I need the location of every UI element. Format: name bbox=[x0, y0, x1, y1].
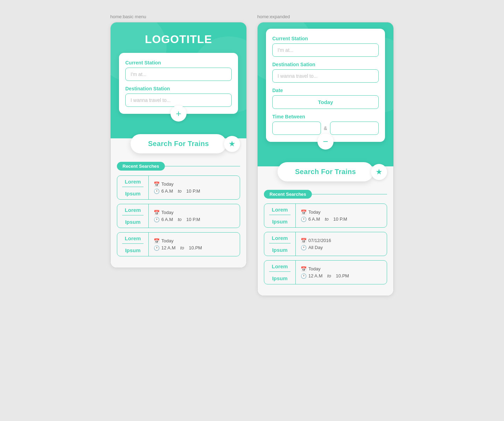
favorites-button[interactable]: ★ bbox=[224, 136, 240, 152]
clock-icon-1: 🕐 bbox=[154, 188, 160, 194]
result-stations-exp-2: Lorem Ipsum bbox=[264, 232, 296, 256]
recent-searches-header: Recent Searches bbox=[117, 162, 240, 171]
clock-icon-exp-1: 🕐 bbox=[301, 216, 307, 222]
time-between-label: Time Between bbox=[272, 114, 379, 119]
screen-label-expanded: home:expanded bbox=[257, 14, 394, 19]
recent-searches-badge-exp: Recent Searches bbox=[264, 190, 312, 199]
result-date-3: 📅 Today bbox=[154, 238, 202, 244]
result-date-exp-1: 📅 Today bbox=[301, 209, 347, 215]
result-to-exp-3: Ipsum bbox=[272, 275, 287, 281]
result-date-exp-2: 📅 07/12/2016 bbox=[301, 238, 331, 243]
result-stations-1: Lorem Ipsum bbox=[117, 176, 149, 199]
clock-icon-3: 🕐 bbox=[154, 245, 160, 251]
phone-card-expanded: Current Station Destination Sation Date … bbox=[257, 22, 394, 296]
time-from-input[interactable] bbox=[272, 122, 321, 135]
collapse-button[interactable]: − bbox=[317, 133, 334, 150]
result-time-exp-2: 🕐 All Day bbox=[301, 245, 331, 250]
result-card-exp-1[interactable]: Lorem Ipsum 📅 Today 🕐 6 A.M to 10 P.M bbox=[264, 203, 387, 228]
result-from-3: Lorem bbox=[122, 235, 144, 244]
result-to-2: Ipsum bbox=[125, 218, 140, 225]
result-to-exp-2: Ipsum bbox=[272, 246, 287, 253]
star-icon-exp: ★ bbox=[376, 167, 383, 177]
phone-bottom-expanded: Search For Trains ★ Recent Searches Lore… bbox=[258, 166, 393, 296]
result-date-exp-3: 📅 Today bbox=[301, 266, 349, 272]
search-trains-button[interactable]: Search For Trains bbox=[131, 134, 226, 153]
logo-title: LOGOTITLE bbox=[119, 33, 238, 46]
destination-input[interactable] bbox=[125, 94, 232, 107]
result-card-1[interactable]: Lorem Ipsum 📅 Today 🕐 6 A.M to 10 P.M bbox=[117, 175, 240, 200]
result-to-1: Ipsum bbox=[125, 190, 140, 196]
phone-header-expanded: Current Station Destination Sation Date … bbox=[258, 22, 393, 166]
calendar-icon-2: 📅 bbox=[154, 210, 160, 215]
clock-icon-2: 🕐 bbox=[154, 217, 160, 222]
search-btn-wrap: Search For Trains ★ bbox=[117, 134, 240, 153]
phone-bottom-basic: Search For Trains ★ Recent Searches Lore… bbox=[111, 138, 246, 268]
result-details-2: 📅 Today 🕐 6 A.M to 10 P.M bbox=[149, 204, 205, 228]
destination-input-exp[interactable] bbox=[272, 69, 379, 83]
recent-searches-badge: Recent Searches bbox=[117, 162, 165, 171]
result-from-exp-3: Lorem bbox=[269, 263, 290, 272]
calendar-icon-3: 📅 bbox=[154, 238, 160, 244]
result-stations-3: Lorem Ipsum bbox=[117, 233, 149, 256]
search-card-expanded: Current Station Destination Sation Date … bbox=[266, 29, 385, 142]
clock-icon-exp-3: 🕐 bbox=[301, 273, 307, 279]
result-card-exp-3[interactable]: Lorem Ipsum 📅 Today 🕐 12 A.M to 10.PM bbox=[264, 260, 387, 284]
star-icon: ★ bbox=[229, 139, 236, 149]
time-between-row: & bbox=[272, 122, 379, 135]
result-details-exp-1: 📅 Today 🕐 6 A.M to 10 P.M bbox=[296, 204, 352, 227]
result-stations-exp-3: Lorem Ipsum bbox=[264, 261, 296, 284]
time-to-input[interactable] bbox=[330, 122, 379, 135]
result-from-exp-1: Lorem bbox=[269, 207, 290, 215]
date-label-exp: Date bbox=[272, 88, 379, 93]
current-station-input-exp[interactable] bbox=[272, 43, 379, 57]
result-to-3: Ipsum bbox=[125, 247, 140, 253]
result-from-exp-2: Lorem bbox=[269, 235, 290, 243]
phone-card-basic: LOGOTITLE Current Station Destination St… bbox=[110, 22, 247, 268]
date-input-exp[interactable] bbox=[272, 95, 379, 109]
destination-label: Destination Station bbox=[125, 86, 232, 91]
clock-icon-exp-2: 🕐 bbox=[301, 245, 307, 250]
result-details-exp-3: 📅 Today 🕐 12 A.M to 10.PM bbox=[296, 261, 354, 284]
result-card-exp-2[interactable]: Lorem Ipsum 📅 07/12/2016 🕐 All Day bbox=[264, 232, 387, 256]
recent-searches-header-exp: Recent Searches bbox=[264, 190, 387, 199]
ampersand-separator: & bbox=[324, 125, 327, 131]
expand-button[interactable]: + bbox=[170, 105, 187, 122]
recent-divider bbox=[165, 166, 240, 167]
current-station-input[interactable] bbox=[125, 68, 232, 81]
favorites-button-exp[interactable]: ★ bbox=[371, 164, 387, 180]
result-date-2: 📅 Today bbox=[154, 210, 200, 215]
result-time-exp-1: 🕐 6 A.M to 10 P.M bbox=[301, 216, 347, 222]
result-details-1: 📅 Today 🕐 6 A.M to 10 P.M bbox=[149, 176, 205, 199]
calendar-icon-1: 📅 bbox=[154, 181, 160, 187]
search-trains-button-exp[interactable]: Search For Trains bbox=[278, 162, 373, 181]
current-station-label: Current Station bbox=[125, 60, 232, 65]
current-station-label-exp: Current Station bbox=[272, 36, 379, 41]
phone-header-basic: LOGOTITLE Current Station Destination St… bbox=[111, 22, 246, 138]
recent-divider-exp bbox=[312, 194, 387, 195]
search-card-basic: Current Station Destination Station + bbox=[119, 53, 238, 114]
result-stations-exp-1: Lorem Ipsum bbox=[264, 204, 296, 227]
result-time-1: 🕐 6 A.M to 10 P.M bbox=[154, 188, 200, 194]
result-stations-2: Lorem Ipsum bbox=[117, 204, 149, 228]
result-date-1: 📅 Today bbox=[154, 181, 200, 187]
search-btn-wrap-exp: Search For Trains ★ bbox=[264, 162, 387, 181]
calendar-icon-exp-3: 📅 bbox=[301, 266, 307, 272]
result-card-2[interactable]: Lorem Ipsum 📅 Today 🕐 6 A.M to 10 P.M bbox=[117, 204, 240, 228]
result-card-3[interactable]: Lorem Ipsum 📅 Today 🕐 12 A.M to 10.PM bbox=[117, 232, 240, 256]
screen-label-basic: home:basic menu bbox=[110, 14, 247, 19]
calendar-icon-exp-1: 📅 bbox=[301, 209, 307, 215]
destination-label-exp: Destination Sation bbox=[272, 62, 379, 67]
result-time-2: 🕐 6 A.M to 10 P.M bbox=[154, 217, 200, 222]
result-from-2: Lorem bbox=[122, 207, 144, 215]
result-time-exp-3: 🕐 12 A.M to 10.PM bbox=[301, 273, 349, 279]
result-details-3: 📅 Today 🕐 12 A.M to 10.PM bbox=[149, 233, 207, 256]
result-time-3: 🕐 12 A.M to 10.PM bbox=[154, 245, 202, 251]
result-to-exp-1: Ipsum bbox=[272, 218, 287, 225]
result-from-1: Lorem bbox=[122, 179, 144, 187]
calendar-icon-exp-2: 📅 bbox=[301, 238, 307, 243]
result-details-exp-2: 📅 07/12/2016 🕐 All Day bbox=[296, 232, 336, 256]
